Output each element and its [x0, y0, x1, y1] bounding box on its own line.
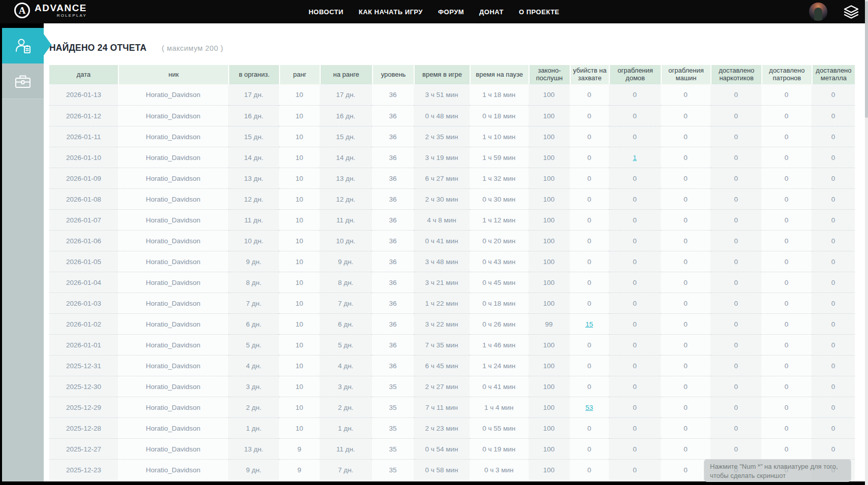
table-cell: 2 ч 35 мин — [414, 126, 470, 147]
table-cell: Horatio_Davidson — [118, 209, 228, 230]
table-cell: 0 — [710, 293, 761, 313]
table-cell: 0 — [710, 188, 761, 209]
table-cell: 10 — [279, 376, 319, 397]
table-cell: 0 — [661, 209, 710, 230]
table-cell: 100 — [529, 230, 570, 251]
table-cell: 10 — [279, 355, 319, 376]
table-cell: 0 — [761, 438, 811, 459]
table-cell: 0 — [812, 417, 855, 438]
table-cell: 2026-01-09 — [49, 168, 118, 188]
table-cell: 0 — [761, 126, 811, 147]
table-cell: 2 ч 23 мин — [414, 417, 470, 438]
table-cell: 0 — [812, 188, 855, 209]
table-cell: 9 дн. — [228, 251, 279, 272]
table-cell: 0 — [570, 126, 609, 147]
table-cell: 0 — [570, 417, 609, 438]
table-cell: 0 — [812, 397, 855, 417]
table-cell: 8 дн. — [228, 272, 279, 293]
table-cell: 100 — [529, 147, 570, 168]
table-row: 2025-12-30Horatio_Davidson3 дн.103 дн.35… — [49, 376, 856, 397]
table-cell: 2026-01-07 — [49, 209, 118, 230]
table-cell: 36 — [372, 272, 414, 293]
table-cell: 10 — [279, 168, 319, 188]
page-scrollbar[interactable] — [865, 0, 868, 485]
table-row: 2026-01-08Horatio_Davidson12 дн.1012 дн.… — [49, 188, 856, 209]
table-cell: Horatio_Davidson — [118, 84, 228, 105]
table-cell: 0 — [812, 84, 855, 105]
table-cell: 36 — [372, 209, 414, 230]
table-cell: 36 — [372, 147, 414, 168]
table-cell: 36 — [372, 230, 414, 251]
report-detail-link[interactable]: 15 — [585, 320, 593, 328]
table-cell: 0 — [609, 376, 661, 397]
table-cell: 36 — [372, 168, 414, 188]
table-cell: 0 — [570, 84, 609, 105]
table-cell: 2026-01-02 — [49, 313, 118, 334]
report-detail-link[interactable]: 1 — [633, 154, 637, 161]
table-cell: 6 ч 27 мин — [414, 168, 470, 188]
table-cell: 0 — [661, 147, 710, 168]
table-cell: 99 — [529, 313, 570, 334]
table-cell: 0 — [661, 417, 710, 438]
table-cell: Horatio_Davidson — [118, 459, 228, 480]
table-cell: 0 — [812, 293, 855, 313]
table-cell: 0 ч 18 мин — [470, 105, 529, 126]
table-cell: 2 дн. — [228, 397, 279, 417]
table-cell: 0 — [661, 397, 710, 417]
nav-item-3[interactable]: ФОРУМ — [438, 8, 464, 16]
nav-item-5[interactable]: О ПРОЕКТЕ — [519, 8, 560, 16]
report-detail-link[interactable]: 53 — [585, 404, 593, 411]
table-cell: 0 — [661, 355, 710, 376]
table-cell: 0 ч 18 мин — [470, 293, 529, 313]
table-cell: Horatio_Davidson — [118, 397, 228, 417]
nav-item-1[interactable]: НОВОСТИ — [308, 8, 344, 16]
table-row: 2026-01-09Horatio_Davidson13 дн.1013 дн.… — [49, 168, 856, 188]
table-cell: 3 дн. — [228, 376, 279, 397]
table-cell: 5 дн. — [320, 334, 372, 355]
table-cell: 7 ч 11 мин — [414, 397, 470, 417]
table-cell: 12 дн. — [228, 188, 279, 209]
table-cell: 0 — [609, 459, 661, 480]
table-cell: 0 — [710, 272, 761, 293]
table-cell: 0 — [661, 251, 710, 272]
table-cell: 0 — [661, 168, 710, 188]
nav-item-2[interactable]: КАК НАЧАТЬ ИГРУ — [359, 8, 423, 16]
table-cell: 36 — [372, 313, 414, 334]
table-cell: 0 — [661, 230, 710, 251]
table-cell: 0 — [570, 230, 609, 251]
nav-item-4[interactable]: ДОНАТ — [479, 8, 504, 16]
table-cell: 100 — [529, 417, 570, 438]
table-cell: 1 ч 12 мин — [470, 209, 529, 230]
table-cell: 36 — [372, 188, 414, 209]
table-cell: 10 дн. — [320, 230, 372, 251]
table-cell: 0 ч 48 мин — [414, 105, 470, 126]
table-cell: 0 — [710, 84, 761, 105]
table-cell: 1 ч 18 мин — [470, 84, 529, 105]
column-header-2: ник — [118, 65, 228, 84]
table-cell: 2025-12-30 — [49, 376, 118, 397]
table-cell: 0 — [812, 313, 855, 334]
table-row: 2026-01-02Horatio_Davidson6 дн.106 дн.36… — [49, 313, 856, 334]
scrollbar-thumb[interactable] — [865, 1, 868, 118]
table-cell: 36 — [372, 251, 414, 272]
table-cell: 4 дн. — [320, 355, 372, 376]
table-cell: 0 ч 26 мин — [470, 313, 529, 334]
layers-icon[interactable] — [844, 5, 859, 19]
table-cell: 0 — [570, 168, 609, 188]
table-cell: 0 — [609, 188, 661, 209]
table-cell: 1 ч 32 мин — [470, 168, 529, 188]
table-cell: 0 ч 58 мин — [414, 459, 470, 480]
table-cell: 100 — [529, 105, 570, 126]
table-cell: 100 — [529, 188, 570, 209]
table-cell: 10 — [279, 147, 319, 168]
sidebar-item-reports[interactable] — [2, 28, 44, 63]
table-cell: 0 — [761, 147, 811, 168]
table-row: 2026-01-01Horatio_Davidson5 дн.105 дн.36… — [49, 334, 856, 355]
table-cell: 1 ч 59 мин — [470, 147, 529, 168]
user-avatar[interactable] — [809, 3, 827, 21]
table-cell: 2 дн. — [320, 397, 372, 417]
table-cell: 0 — [710, 105, 761, 126]
table-cell: 0 — [570, 272, 609, 293]
sidebar-item-organization[interactable] — [2, 63, 44, 99]
table-cell: 10 — [279, 188, 319, 209]
